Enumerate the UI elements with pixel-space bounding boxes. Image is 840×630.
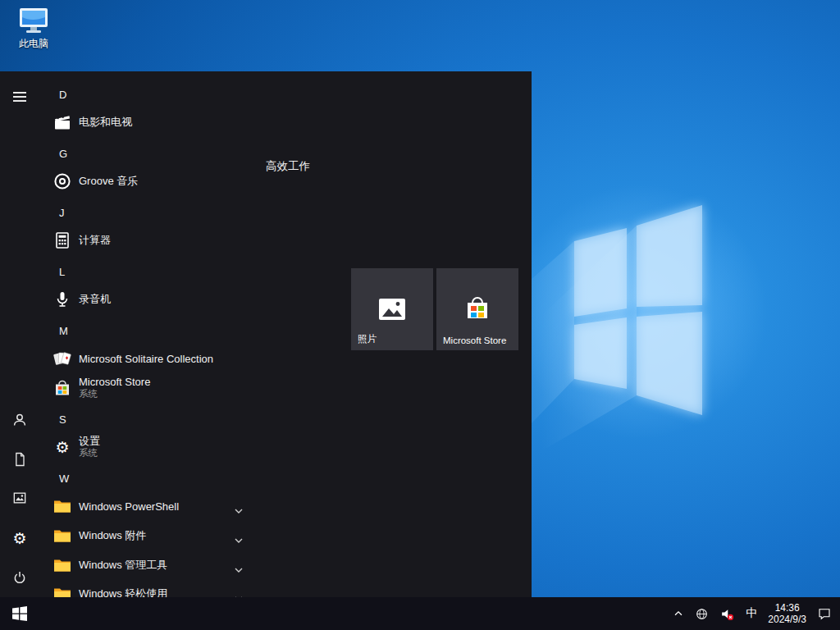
folder-item-windows-powershell[interactable]: Windows PowerShell (39, 491, 285, 521)
letter-label: W (59, 472, 69, 485)
clock-time: 14:36 (775, 602, 800, 614)
power-icon[interactable] (10, 568, 30, 587)
tile-photos[interactable]: 照片 (351, 268, 433, 350)
movies-tv-icon (52, 112, 72, 132)
start-rail: ⚙ (0, 71, 39, 597)
taskbar: 中 14:36 2024/9/3 (0, 597, 840, 630)
microsoft-store-icon (461, 293, 494, 329)
folder-icon (52, 526, 72, 546)
letter-label: D (59, 89, 66, 101)
app-sublabel: 系统 (79, 447, 100, 459)
pictures-icon[interactable] (10, 488, 30, 508)
folder-item-windows-ease-of-access[interactable]: Windows 轻松使用 (39, 579, 285, 597)
letter-label: S (59, 413, 66, 426)
folder-icon (52, 555, 72, 575)
documents-icon[interactable] (10, 450, 30, 469)
folder-label: Windows 轻松使用 (79, 587, 167, 597)
calculator-icon (52, 231, 72, 250)
letter-header-m[interactable]: M (39, 319, 285, 342)
app-label: 电影和电视 (79, 115, 132, 130)
chevron-down-icon[interactable] (235, 562, 243, 577)
letter-label: M (59, 325, 68, 337)
hamburger-menu-icon[interactable] (10, 87, 30, 107)
settings-icon[interactable]: ⚙ (10, 528, 30, 548)
tile-group-title[interactable]: 高效工作 (266, 159, 310, 176)
app-item-movies-tv[interactable]: 电影和电视 (39, 107, 285, 137)
windows-start-icon (12, 606, 27, 621)
app-item-settings[interactable]: ⚙ 设置 系统 (39, 429, 285, 465)
app-label: Groove 音乐 (79, 174, 138, 189)
app-item-groove-music[interactable]: Groove 音乐 (39, 167, 285, 196)
desktop-icon-this-pc[interactable]: 此电脑 (10, 7, 57, 51)
folder-item-windows-admin-tools[interactable]: Windows 管理工具 (39, 550, 285, 580)
photos-icon (376, 293, 409, 329)
account-icon[interactable] (10, 410, 30, 430)
letter-label: L (59, 266, 65, 278)
solitaire-icon (52, 349, 72, 368)
desktop-icon-label: 此电脑 (19, 37, 48, 51)
app-label: 录音机 (79, 292, 111, 307)
taskbar-clock[interactable]: 14:36 2024/9/3 (768, 602, 806, 625)
letter-label: J (59, 207, 65, 219)
tile-label: Microsoft Store (443, 336, 506, 345)
action-center-icon[interactable] (817, 606, 832, 621)
system-tray: 中 14:36 2024/9/3 (673, 597, 840, 630)
start-menu: ⚙ D 电影和电视 G (0, 71, 532, 597)
letter-label: G (59, 148, 67, 160)
chevron-down-icon[interactable] (235, 532, 243, 547)
folder-label: Windows 管理工具 (79, 558, 167, 573)
ime-indicator[interactable]: 中 (746, 606, 757, 621)
network-globe-icon[interactable] (695, 607, 709, 621)
chevron-down-icon[interactable] (235, 591, 243, 597)
letter-header-d[interactable]: D (39, 83, 285, 106)
volume-muted-icon[interactable] (719, 606, 735, 622)
start-app-list: D 电影和电视 G Groove 音乐 J (39, 71, 285, 597)
this-pc-icon (17, 7, 50, 34)
app-label: 计算器 (79, 233, 111, 248)
letter-header-s[interactable]: S (39, 408, 285, 431)
app-sublabel: 系统 (79, 388, 150, 400)
app-label: 设置 (79, 435, 100, 447)
voice-recorder-icon (52, 290, 72, 309)
letter-header-g[interactable]: G (39, 142, 285, 165)
groove-music-icon (52, 171, 72, 191)
chevron-down-icon[interactable] (235, 503, 243, 518)
folder-item-windows-accessories[interactable]: Windows 附件 (39, 521, 285, 550)
letter-header-w[interactable]: W (39, 467, 285, 490)
folder-icon (52, 584, 72, 597)
folder-label: Windows 附件 (79, 528, 146, 543)
letter-header-j[interactable]: J (39, 201, 285, 224)
app-item-solitaire[interactable]: Microsoft Solitaire Collection (39, 344, 285, 373)
microsoft-store-icon (52, 378, 72, 398)
folder-icon (52, 496, 72, 516)
letter-header-l[interactable]: L (39, 260, 285, 283)
folder-label: Windows PowerShell (79, 500, 179, 513)
app-label: Microsoft Store (79, 376, 150, 388)
app-item-voice-recorder[interactable]: 录音机 (39, 285, 285, 314)
start-button[interactable] (0, 597, 39, 630)
app-item-microsoft-store[interactable]: Microsoft Store 系统 (39, 370, 285, 406)
tile-microsoft-store[interactable]: Microsoft Store (436, 268, 518, 350)
settings-app-icon: ⚙ (52, 437, 72, 457)
tray-chevron-up-icon[interactable] (673, 608, 684, 619)
clock-date: 2024/9/3 (768, 614, 806, 625)
windows-logo (509, 156, 771, 451)
app-item-calculator[interactable]: 计算器 (39, 226, 285, 255)
app-label: Microsoft Solitaire Collection (79, 353, 213, 365)
tile-label: 照片 (358, 333, 377, 345)
